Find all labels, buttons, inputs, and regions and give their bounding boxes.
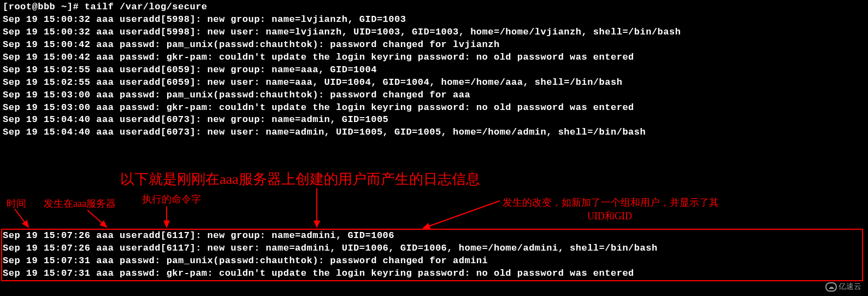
annotation-change-label-1: 发生的改变，如新加了一个组和用户，并显示了其 (503, 196, 719, 209)
log-line: Sep 19 15:02:55 aaa useradd[6059]: new u… (3, 77, 865, 89)
highlighted-log-group: Sep 19 15:07:26 aaa useradd[6117]: new g… (3, 230, 658, 280)
arrow-command-icon (156, 205, 178, 230)
log-line: Sep 19 15:04:40 aaa useradd[6073]: new u… (3, 126, 865, 139)
watermark-text: 亿速云 (839, 282, 861, 291)
svg-line-1 (15, 209, 28, 227)
log-line: Sep 19 15:02:55 aaa useradd[6059]: new g… (3, 64, 865, 77)
log-line: Sep 19 15:00:32 aaa useradd[5998]: new g… (3, 14, 865, 26)
arrow-change-icon (421, 198, 503, 231)
annotation-change-label-2: UID和GID (587, 210, 632, 223)
log-line: Sep 19 15:03:00 aaa passwd: gkr-pam: cou… (3, 102, 865, 114)
log-line: Sep 19 15:07:31 aaa passwd: pam_unix(pas… (3, 255, 658, 268)
shell-prompt[interactable]: [root@bbb ~]# tailf /var/log/secure (3, 1, 865, 14)
log-line: Sep 19 15:00:42 aaa passwd: gkr-pam: cou… (3, 51, 865, 64)
log-line: Sep 19 15:07:26 aaa useradd[6117]: new g… (3, 230, 658, 242)
annotation-server-label: 发生在aaa服务器 (44, 197, 116, 210)
svg-line-3 (87, 210, 107, 227)
watermark: ☁亿速云 (825, 282, 861, 292)
log-line: Sep 19 15:07:31 aaa passwd: gkr-pam: cou… (3, 268, 658, 280)
log-line: Sep 19 15:03:00 aaa passwd: pam_unix(pas… (3, 89, 865, 102)
arrow-server-icon (85, 209, 117, 230)
log-line: Sep 19 15:04:40 aaa useradd[6073]: new g… (3, 114, 865, 126)
log-line: Sep 19 15:00:32 aaa useradd[5998]: new u… (3, 26, 865, 39)
annotation-main-title: 以下就是刚刚在aaa服务器上创建的用户而产生的日志信息 (120, 170, 480, 189)
log-line: Sep 19 15:00:42 aaa passwd: pam_unix(pas… (3, 39, 865, 51)
terminal-window: [root@bbb ~]# tailf /var/log/secure Sep … (0, 0, 868, 140)
cloud-icon: ☁ (825, 282, 837, 292)
svg-line-9 (423, 201, 500, 228)
arrow-main-icon (306, 187, 328, 230)
log-line: Sep 19 15:07:26 aaa useradd[6117]: new u… (3, 242, 658, 255)
annotation-command-label: 执行的命令字 (142, 193, 201, 206)
arrow-time-icon (7, 208, 34, 230)
annotation-time-label: 时间 (7, 197, 26, 210)
